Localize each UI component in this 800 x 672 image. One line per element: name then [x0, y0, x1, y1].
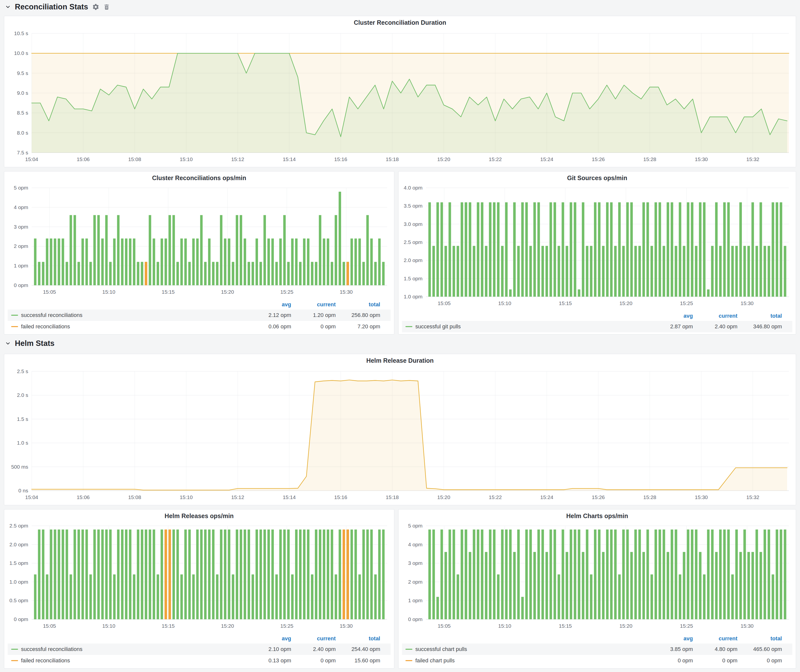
svg-text:15:04: 15:04	[25, 156, 38, 162]
panel-cluster-reconciliation-duration: Cluster Reconciliation Duration 15:0415:…	[4, 16, 796, 167]
legend-column-avg[interactable]: avg	[246, 301, 291, 308]
helm-charts-bar-chart[interactable]: 15:0515:1015:1515:2015:2515:305 opm4 opm…	[400, 521, 794, 631]
grafana-dashboard: Reconciliation Stats Cluster Reconciliat…	[0, 0, 800, 672]
legend-stat-total: 254.40 opm	[336, 646, 380, 653]
legend-column-current[interactable]: current	[693, 635, 738, 642]
legend-item: successful git pulls2.87 opm2.40 opm346.…	[402, 321, 792, 332]
legend-stat-current: 0 opm	[291, 323, 336, 330]
helm-duration-time-series-plot[interactable]: 15:0415:0615:0815:1015:1215:1415:1615:18…	[6, 367, 794, 502]
legend-column-current[interactable]: current	[291, 635, 336, 642]
legend-series-label[interactable]: failed chart pulls	[415, 658, 455, 664]
svg-text:15:12: 15:12	[231, 156, 245, 162]
legend-series-label[interactable]: successful reconciliations	[21, 312, 82, 318]
legend-column-current[interactable]: current	[693, 313, 738, 319]
svg-text:15:30: 15:30	[741, 623, 754, 629]
legend-item: successful chart pulls3.85 opm4.80 opm46…	[402, 643, 792, 655]
git-sources-bar-chart[interactable]: 15:0515:1015:1515:2015:2515:304.0 opm3.5…	[400, 183, 794, 309]
legend-stat-avg: 0.06 opm	[246, 323, 291, 330]
section-title[interactable]: Reconciliation Stats	[15, 2, 88, 11]
svg-text:15:20: 15:20	[619, 300, 632, 306]
legend-series-label[interactable]: successful git pulls	[415, 323, 461, 330]
svg-text:15:10: 15:10	[179, 494, 193, 500]
svg-text:15:20: 15:20	[619, 623, 632, 629]
svg-text:15:26: 15:26	[592, 156, 605, 162]
svg-text:15:20: 15:20	[437, 156, 450, 162]
legend-series-label[interactable]: successful chart pulls	[415, 646, 467, 653]
legend-column-current[interactable]: current	[291, 301, 336, 308]
svg-text:15:10: 15:10	[498, 623, 511, 629]
svg-text:15:08: 15:08	[128, 494, 141, 500]
legend-stat-total: 465.60 opm	[738, 646, 782, 653]
reconciliations-bar-chart[interactable]: 15:0515:1015:1515:2015:2515:305 opm4 opm…	[6, 183, 393, 297]
panel-title[interactable]: Helm Releases ops/min	[4, 509, 394, 522]
svg-text:2.0 opm: 2.0 opm	[404, 257, 422, 263]
section-header-helm-stats[interactable]: Helm Stats	[5, 338, 54, 349]
svg-text:15:14: 15:14	[283, 494, 296, 500]
legend-stat-total: 256.80 opm	[336, 312, 380, 318]
legend-column-avg[interactable]: avg	[246, 635, 291, 642]
panel-title[interactable]: Git Sources ops/min	[398, 171, 796, 184]
panel-cluster-reconciliations-ops: Cluster Reconciliations ops/min 15:0515:…	[4, 171, 394, 334]
legend-header: avgcurrenttotal	[8, 634, 390, 643]
legend-stat-current: 2.40 opm	[693, 323, 738, 330]
legend-column-avg[interactable]: avg	[648, 313, 693, 319]
svg-text:10.5 s: 10.5 s	[14, 30, 28, 36]
svg-text:2.0 opm: 2.0 opm	[10, 542, 28, 547]
legend-column-total[interactable]: total	[336, 635, 380, 642]
svg-text:15:10: 15:10	[179, 156, 193, 162]
series-color-dash	[405, 326, 412, 327]
chevron-down-icon[interactable]	[5, 341, 11, 346]
series-color-dash	[11, 315, 18, 316]
svg-text:15:16: 15:16	[334, 156, 347, 162]
series-color-dash	[11, 326, 18, 327]
section-header-reconciliation-stats[interactable]: Reconciliation Stats	[5, 2, 110, 12]
panel-title[interactable]: Helm Charts ops/min	[398, 509, 796, 522]
section-title[interactable]: Helm Stats	[15, 339, 54, 348]
legend-header: avgcurrenttotal	[402, 634, 792, 643]
svg-text:15:12: 15:12	[231, 494, 245, 500]
svg-text:0 ns: 0 ns	[18, 488, 28, 493]
panel-title[interactable]: Cluster Reconciliation Duration	[4, 16, 796, 29]
legend-stat-current: 1.20 opm	[291, 312, 336, 318]
legend-stat-current: 0 opm	[693, 658, 738, 664]
legend-column-total[interactable]: total	[336, 301, 380, 308]
helm-releases-bar-chart[interactable]: 15:0515:1015:1515:2015:2515:302.5 opm2.0…	[6, 521, 393, 631]
svg-text:15:30: 15:30	[695, 156, 708, 162]
gear-icon[interactable]	[92, 3, 99, 11]
series-color-dash	[405, 660, 412, 661]
chevron-down-icon[interactable]	[5, 4, 11, 10]
panel-helm-release-duration: Helm Release Duration 15:0415:0615:0815:…	[4, 354, 796, 505]
svg-text:0 opm: 0 opm	[14, 616, 28, 622]
legend-stat-avg: 2.12 opm	[246, 312, 291, 318]
svg-text:9.5 s: 9.5 s	[17, 70, 28, 76]
svg-text:1 opm: 1 opm	[14, 263, 28, 269]
legend-item: successful reconciliations2.10 opm2.40 o…	[8, 643, 390, 655]
svg-text:15:16: 15:16	[334, 494, 347, 500]
svg-text:8.5 s: 8.5 s	[17, 110, 28, 115]
svg-text:1.0 opm: 1.0 opm	[10, 579, 28, 585]
svg-text:15:08: 15:08	[128, 156, 141, 162]
legend-series-label[interactable]: failed reconciliations	[21, 658, 70, 664]
svg-text:0 opm: 0 opm	[408, 616, 422, 622]
legend-column-total[interactable]: total	[738, 635, 782, 642]
svg-text:15:15: 15:15	[559, 623, 572, 629]
svg-text:1.5 opm: 1.5 opm	[404, 276, 422, 281]
panel-title[interactable]: Cluster Reconciliations ops/min	[4, 171, 394, 184]
legend-column-total[interactable]: total	[738, 313, 782, 319]
svg-text:10.0 s: 10.0 s	[14, 50, 28, 56]
legend-stat-total: 0 opm	[738, 658, 782, 664]
series-color-dash	[405, 649, 412, 650]
svg-text:2.5 opm: 2.5 opm	[404, 239, 422, 245]
svg-text:7.5 s: 7.5 s	[17, 150, 28, 155]
legend-stat-avg: 0.13 opm	[246, 658, 291, 664]
svg-text:15:24: 15:24	[540, 156, 554, 162]
trash-icon[interactable]	[103, 4, 110, 10]
panel-title[interactable]: Helm Release Duration	[4, 354, 796, 367]
legend-stat-avg: 2.87 opm	[648, 323, 693, 330]
legend-column-avg[interactable]: avg	[648, 635, 693, 642]
legend-series-label[interactable]: failed reconciliations	[21, 323, 70, 330]
legend-item: failed reconciliations0.06 opm0 opm7.20 …	[8, 321, 390, 332]
legend-series-label[interactable]: successful reconciliations	[21, 646, 82, 653]
duration-time-series-plot[interactable]: 15:0415:0615:0815:1015:1215:1415:1615:18…	[6, 29, 794, 165]
legend-stat-avg: 2.10 opm	[246, 646, 291, 653]
